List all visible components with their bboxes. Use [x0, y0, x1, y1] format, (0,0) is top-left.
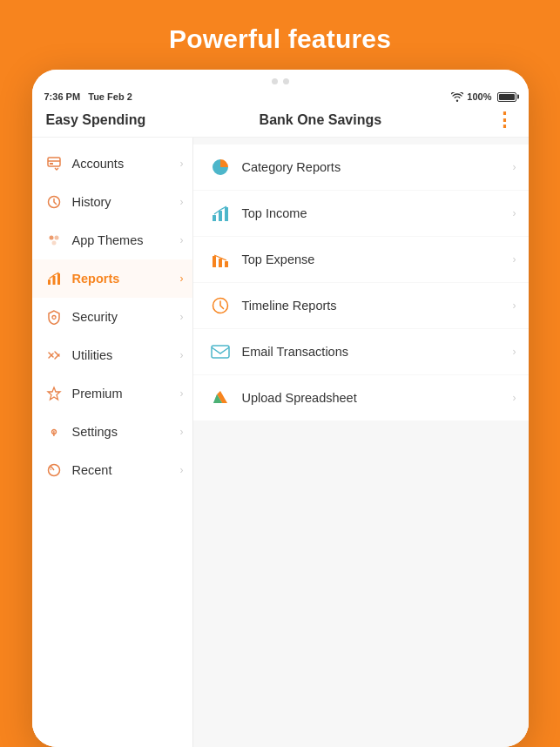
wifi-icon [451, 92, 463, 102]
svg-rect-26 [212, 346, 229, 358]
status-bar: 7:36 PM Tue Feb 2 100% [32, 90, 529, 104]
premium-chevron: › [180, 387, 184, 400]
right-panel: Category Reports › Top Income › [193, 138, 529, 747]
themes-chevron: › [180, 234, 184, 246]
sidebar-item-reports[interactable]: Reports › [32, 259, 192, 298]
bar-chart-down-icon [209, 248, 232, 271]
svg-text:i: i [52, 428, 55, 438]
history-label: History [72, 195, 180, 209]
clock-chart-icon [209, 294, 232, 317]
sidebar-item-history[interactable]: History › [32, 183, 192, 221]
right-item-category-reports[interactable]: Category Reports › [193, 145, 529, 190]
sidebar-item-premium[interactable]: Premium › [32, 374, 192, 413]
top-income-chevron: › [513, 207, 516, 219]
sidebar-item-settings[interactable]: i Settings › [32, 413, 192, 451]
app-name: Easy Spending [46, 112, 146, 128]
recent-label: Recent [72, 463, 180, 477]
sidebar-item-security[interactable]: Security › [32, 298, 192, 336]
recent-icon [44, 461, 64, 480]
dot-1 [272, 78, 278, 84]
content-area: Accounts › History › [32, 138, 529, 747]
sidebar-item-utilities[interactable]: Utilities › [32, 336, 192, 374]
dot-2 [283, 78, 289, 84]
right-item-email-transactions[interactable]: Email Transactions › [193, 329, 529, 374]
reports-label: Reports [72, 272, 180, 286]
top-expense-label: Top Expense [242, 252, 513, 266]
bar-chart-up-icon [209, 202, 232, 225]
svg-rect-0 [48, 158, 60, 166]
utilities-label: Utilities [72, 348, 180, 362]
drive-icon [209, 387, 232, 409]
security-icon [44, 307, 64, 326]
svg-rect-23 [219, 259, 222, 267]
sidebar-item-recent[interactable]: Recent › [32, 451, 192, 489]
svg-point-5 [54, 236, 58, 240]
security-chevron: › [180, 311, 184, 323]
themes-icon [44, 231, 64, 250]
accounts-chevron: › [180, 158, 184, 170]
battery-percent: 100% [467, 91, 491, 102]
svg-rect-22 [213, 256, 216, 267]
accounts-label: Accounts [72, 157, 180, 171]
themes-label: App Themes [72, 233, 180, 247]
top-expense-chevron: › [513, 253, 516, 266]
settings-icon: i [44, 422, 64, 441]
device-frame: 7:36 PM Tue Feb 2 100% Easy Spending Ban… [32, 70, 529, 747]
sidebar-item-accounts[interactable]: Accounts › [32, 145, 192, 183]
pie-chart-icon [209, 156, 232, 178]
page-title: Powerful features [169, 24, 391, 53]
timeline-reports-label: Timeline Reports [242, 299, 513, 313]
sidebar-item-app-themes[interactable]: App Themes › [32, 221, 192, 259]
reports-chevron: › [180, 273, 184, 285]
status-time-date: 7:36 PM Tue Feb 2 [44, 91, 132, 102]
svg-rect-8 [52, 276, 55, 285]
svg-rect-7 [48, 279, 51, 285]
email-transactions-label: Email Transactions [242, 345, 513, 359]
upload-spreadsheet-label: Upload Spreadsheet [242, 391, 513, 405]
more-button[interactable]: ⋮ [495, 111, 514, 130]
upload-spreadsheet-chevron: › [513, 392, 516, 404]
accounts-icon [44, 154, 64, 173]
history-chevron: › [180, 196, 184, 208]
svg-rect-9 [57, 273, 60, 285]
svg-rect-2 [50, 163, 53, 165]
app-header: Easy Spending Bank One Savings ⋮ [32, 104, 529, 138]
category-reports-chevron: › [513, 161, 516, 173]
svg-point-4 [49, 236, 53, 240]
svg-point-10 [52, 316, 56, 320]
status-indicators: 100% [451, 91, 516, 102]
security-label: Security [72, 310, 180, 324]
device-dots [32, 70, 529, 90]
svg-rect-21 [225, 207, 228, 221]
category-reports-label: Category Reports [242, 160, 513, 174]
battery-icon [497, 92, 516, 102]
history-icon [44, 192, 64, 212]
settings-chevron: › [180, 426, 184, 438]
right-item-top-expense[interactable]: Top Expense › [193, 237, 529, 282]
recent-chevron: › [180, 464, 184, 476]
svg-point-6 [51, 241, 56, 246]
utilities-icon [44, 346, 64, 365]
settings-label: Settings [72, 425, 180, 439]
svg-rect-20 [219, 211, 222, 221]
right-item-upload-spreadsheet[interactable]: Upload Spreadsheet › [193, 375, 529, 421]
utilities-chevron: › [180, 349, 184, 361]
email-icon [209, 340, 232, 363]
premium-label: Premium [72, 387, 180, 400]
page-header: Powerful features [0, 0, 560, 70]
svg-rect-24 [225, 261, 228, 267]
svg-marker-15 [48, 387, 60, 400]
account-name: Bank One Savings [260, 112, 382, 128]
svg-rect-19 [213, 215, 216, 221]
top-income-label: Top Income [242, 206, 513, 220]
sidebar: Accounts › History › [32, 138, 193, 747]
timeline-reports-chevron: › [513, 299, 516, 312]
premium-icon [44, 384, 64, 403]
right-item-timeline-reports[interactable]: Timeline Reports › [193, 283, 529, 328]
right-item-top-income[interactable]: Top Income › [193, 191, 529, 236]
svg-line-14 [55, 352, 59, 356]
reports-icon [44, 269, 64, 288]
email-transactions-chevron: › [513, 346, 516, 358]
